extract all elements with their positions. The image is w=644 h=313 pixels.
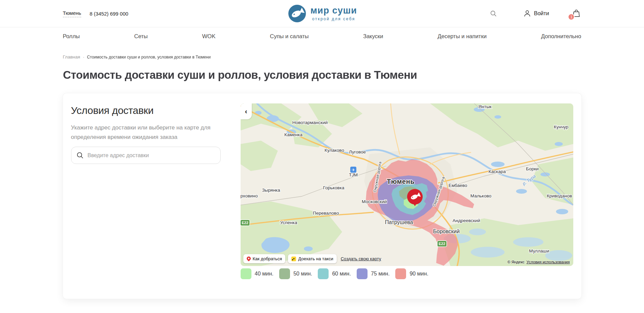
map-place-label: Янтык — [478, 104, 491, 109]
page-title: Стоимость доставки суши и роллов, услови… — [63, 68, 566, 81]
map-place-label: Луговое — [349, 149, 366, 154]
map-terms-link[interactable]: Условия использования — [527, 260, 570, 264]
map-collapse-button[interactable]: ‹ — [241, 103, 252, 119]
nav-item-snacks[interactable]: Закуски — [363, 33, 383, 40]
delivery-description: Укажите адрес доставки или выберите на к… — [71, 123, 222, 142]
topbar-left: Тюмень 8 (3452) 699 000 — [63, 10, 239, 17]
nav-item-more[interactable]: Дополнительно — [541, 33, 581, 40]
logo[interactable]: мир суши открой для себя — [287, 3, 357, 24]
route-badge: E22 — [241, 220, 250, 226]
nav-item-soups[interactable]: Супы и салаты — [270, 33, 309, 40]
address-search-box[interactable] — [71, 147, 221, 164]
map-place-label: Перевалово — [313, 211, 339, 216]
delivery-card: Условия доставки Укажите адрес доставки … — [63, 93, 581, 299]
svg-text:E22: E22 — [242, 221, 248, 225]
cart-count-badge: 1 — [568, 14, 575, 20]
taxi-button[interactable]: Доехать на такси — [288, 254, 336, 263]
pin-icon — [247, 257, 251, 261]
login-label: Войти — [534, 10, 549, 17]
map-canvas: ✈ E22E22 НовотарманскийКаменкаКулаковоЛу… — [241, 103, 573, 266]
page-container: Тюмень 8 (3452) 699 000 мир суши открой … — [63, 0, 581, 27]
airport-icon: ✈ — [350, 167, 356, 173]
legend-item: 90 мин. — [395, 268, 428, 279]
map-place-label: Боровский — [433, 228, 459, 234]
logo-text: мир суши открой для себя — [310, 6, 357, 21]
legend-item: 60 мин. — [318, 268, 351, 279]
map-place-label: Мальково — [470, 193, 491, 198]
map-place-label: Патрушева — [385, 219, 413, 225]
map-place-label: Кунчур — [554, 124, 568, 129]
map-place-label: Борки — [526, 166, 538, 171]
legend-swatch — [318, 268, 329, 279]
map-attribution: © Яндекс Условия использования — [508, 260, 570, 264]
search-icon — [76, 152, 84, 159]
map-place-label: Горьковка — [323, 185, 344, 190]
address-input[interactable] — [88, 152, 215, 159]
legend-swatch — [241, 268, 251, 279]
topbar: Тюмень 8 (3452) 699 000 мир суши открой … — [63, 0, 581, 27]
svg-text:✈: ✈ — [351, 168, 355, 172]
directions-button[interactable]: Как добраться — [243, 254, 286, 263]
map-copyright: © Яндекс — [508, 260, 525, 264]
breadcrumb-current: Стоимость доставки суши и роллов, услови… — [87, 54, 211, 59]
svg-text:E22: E22 — [439, 242, 445, 246]
user-icon — [523, 9, 531, 18]
breadcrumb-home[interactable]: Главная — [63, 54, 80, 59]
map-place-label: Зырянка — [262, 188, 280, 193]
topbar-right: Войти 1 — [405, 9, 581, 18]
taxi-icon — [291, 257, 296, 261]
breadcrumb: Главная · Стоимость доставки суши и ролл… — [63, 54, 581, 59]
route-badge: E22 — [437, 241, 447, 247]
map-place-label: Каменка — [284, 132, 303, 137]
main-nav: Роллы Сеты WOK Супы и салаты Закуски Дес… — [0, 27, 644, 46]
map-legend: 40 мин. 50 мин. 60 мин. 75 мин. 90 мин. — [241, 268, 428, 279]
map-place-label: Успенка — [280, 220, 297, 225]
logo-title: мир суши — [310, 6, 357, 15]
nav-item-sets[interactable]: Сеты — [134, 33, 148, 40]
map-place-label: рховино — [241, 193, 258, 198]
nav-item-desserts[interactable]: Десерты и напитки — [438, 33, 487, 40]
create-map-link[interactable]: Создать свою карту — [341, 256, 381, 261]
login-button[interactable]: Войти — [523, 9, 549, 18]
map-place-label: Криводанов — [547, 193, 572, 198]
logo-fish-icon — [287, 3, 307, 24]
logo-tagline: открой для себя — [312, 17, 355, 21]
legend-item: 75 мин. — [357, 268, 390, 279]
map-place-label: TJM — [349, 172, 357, 177]
map-place-label: Ембаево — [448, 183, 467, 188]
map-place-label: Кулаково — [325, 148, 344, 153]
map-place-label: Муллаши — [529, 248, 549, 254]
delivery-heading: Условия доставки — [71, 105, 230, 116]
legend-swatch — [279, 268, 290, 279]
city-selector[interactable]: Тюмень — [63, 10, 81, 17]
delivery-panel: Условия доставки Укажите адрес доставки … — [71, 105, 230, 164]
cart-button[interactable]: 1 — [572, 9, 581, 18]
phone-link[interactable]: 8 (3452) 699 000 — [90, 11, 128, 17]
breadcrumb-separator: · — [83, 54, 85, 59]
nav-item-rolls[interactable]: Роллы — [63, 33, 80, 40]
delivery-map[interactable]: ✈ E22E22 НовотарманскийКаменкаКулаковоЛу… — [241, 103, 573, 266]
legend-item: 40 мин. — [241, 268, 273, 279]
map-place-label: Московский — [362, 199, 387, 204]
map-place-label: Андреевский — [452, 218, 480, 223]
map-place-label: Новотарманский — [292, 120, 328, 125]
legend-swatch — [357, 268, 368, 279]
legend-item: 50 мин. — [279, 268, 312, 279]
map-place-label: Каскара — [488, 169, 506, 174]
nav-item-wok[interactable]: WOK — [202, 33, 215, 40]
legend-swatch — [395, 268, 406, 279]
map-place-label: Тюмень — [386, 178, 414, 185]
search-icon[interactable] — [490, 10, 497, 17]
